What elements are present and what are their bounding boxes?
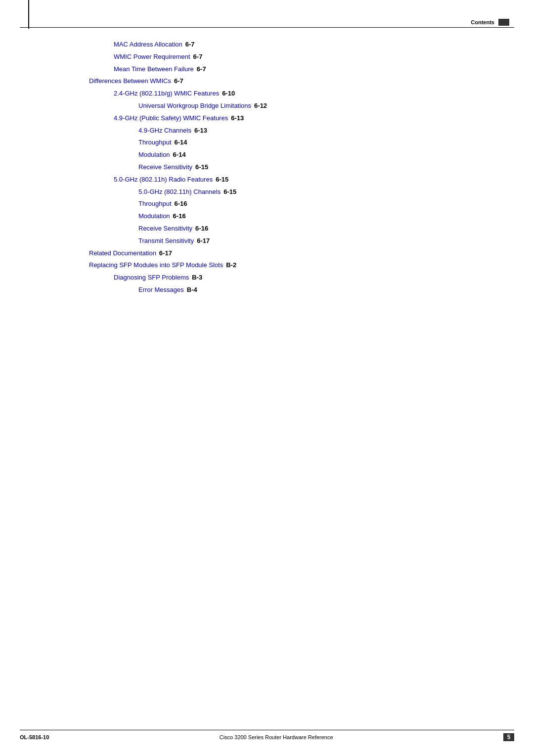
toc-entry: MAC Address Allocation6-7: [89, 40, 504, 50]
left-border-decoration: [28, 0, 29, 29]
toc-page-wmic-power-requirement: 6-7: [193, 52, 203, 62]
toc-link-receive-sensitivity-1[interactable]: Receive Sensitivity: [138, 162, 192, 173]
toc-page-2-4ghz-wmic-features: 6-10: [222, 89, 235, 99]
toc-entry: 2.4-GHz (802.11b/g) WMIC Features6-10: [89, 89, 504, 99]
toc-page-error-messages: B-4: [187, 285, 197, 295]
header-right: Contents: [471, 19, 509, 26]
toc-page-related-documentation: 6-17: [159, 248, 172, 259]
toc-entry: Receive Sensitivity6-16: [89, 224, 504, 234]
toc-link-differences-between-wmics[interactable]: Differences Between WMICs: [89, 76, 171, 87]
toc-entry: WMIC Power Requirement6-7: [89, 52, 504, 62]
footer-title: Cisco 3200 Series Router Hardware Refere…: [220, 734, 333, 740]
toc-page-transmit-sensitivity: 6-17: [197, 236, 210, 246]
toc-page-5-0ghz-channels: 6-15: [223, 187, 236, 197]
toc-page-differences-between-wmics: 6-7: [174, 76, 183, 87]
toc-entry: Throughput6-16: [89, 199, 504, 209]
toc-link-receive-sensitivity-2[interactable]: Receive Sensitivity: [138, 224, 192, 234]
toc-page-modulation-2: 6-16: [173, 211, 186, 222]
toc-entry: Related Documentation6-17: [89, 248, 504, 259]
toc-entry: Error MessagesB-4: [89, 285, 504, 295]
toc-entry: Mean Time Between Failure6-7: [89, 64, 504, 75]
toc-entry: 4.9-GHz Channels6-13: [89, 126, 504, 136]
toc-link-4-9ghz-channels[interactable]: 4.9-GHz Channels: [138, 126, 191, 136]
toc-link-transmit-sensitivity[interactable]: Transmit Sensitivity: [138, 236, 194, 246]
toc-page-4-9ghz-channels: 6-13: [194, 126, 207, 136]
toc-entry: Differences Between WMICs6-7: [89, 76, 504, 87]
toc-entry: Receive Sensitivity6-15: [89, 162, 504, 173]
footer-page-number: 5: [507, 734, 511, 741]
toc-link-5-0ghz-channels[interactable]: 5.0-GHz (802.11h) Channels: [138, 187, 221, 197]
toc-entry: Universal Workgroup Bridge Limitations6-…: [89, 101, 504, 111]
toc-page-modulation-1: 6-14: [173, 150, 186, 160]
toc-entry: Modulation6-16: [89, 211, 504, 222]
toc-page-replacing-sfp-modules: B-2: [226, 260, 236, 271]
footer-page-block: 5: [503, 733, 514, 741]
toc-link-5-0ghz-radio-features[interactable]: 5.0-GHz (802.11h) Radio Features: [114, 175, 213, 185]
toc-entry: Diagnosing SFP ProblemsB-3: [89, 273, 504, 283]
toc-page-4-9ghz-wmic-features: 6-13: [231, 113, 244, 124]
top-border-line: [20, 27, 514, 28]
toc-content: MAC Address Allocation6-7WMIC Power Requ…: [89, 40, 504, 297]
toc-link-4-9ghz-wmic-features[interactable]: 4.9-GHz (Public Safety) WMIC Features: [114, 113, 228, 124]
toc-entry: Throughput6-14: [89, 138, 504, 148]
toc-link-mac-address-allocation[interactable]: MAC Address Allocation: [114, 40, 182, 50]
toc-entry: Modulation6-14: [89, 150, 504, 160]
toc-page-receive-sensitivity-1: 6-15: [195, 162, 208, 173]
toc-link-mean-time-between-failure[interactable]: Mean Time Between Failure: [114, 64, 194, 75]
toc-page-mean-time-between-failure: 6-7: [197, 64, 206, 75]
toc-page-throughput-1: 6-14: [175, 138, 187, 148]
footer-content: OL-5816-10 Cisco 3200 Series Router Hard…: [20, 733, 514, 741]
toc-link-throughput-2[interactable]: Throughput: [138, 199, 172, 209]
toc-page-throughput-2: 6-16: [175, 199, 187, 209]
toc-link-throughput-1[interactable]: Throughput: [138, 138, 172, 148]
footer-line: [20, 730, 514, 730]
toc-entry: 5.0-GHz (802.11h) Radio Features6-15: [89, 175, 504, 185]
toc-link-related-documentation[interactable]: Related Documentation: [89, 248, 156, 259]
toc-link-diagnosing-sfp-problems[interactable]: Diagnosing SFP Problems: [114, 273, 189, 283]
toc-page-mac-address-allocation: 6-7: [185, 40, 195, 50]
toc-entry: 4.9-GHz (Public Safety) WMIC Features6-1…: [89, 113, 504, 124]
toc-page-diagnosing-sfp-problems: B-3: [192, 273, 202, 283]
toc-entry: Replacing SFP Modules into SFP Module Sl…: [89, 260, 504, 271]
toc-page-receive-sensitivity-2: 6-16: [195, 224, 208, 234]
toc-link-error-messages[interactable]: Error Messages: [138, 285, 184, 295]
page-container: Contents MAC Address Allocation6-7WMIC P…: [0, 0, 534, 756]
toc-link-2-4ghz-wmic-features[interactable]: 2.4-GHz (802.11b/g) WMIC Features: [114, 89, 219, 99]
toc-page-universal-workgroup-bridge-limitations: 6-12: [254, 101, 267, 111]
header-block-decoration: [498, 19, 509, 26]
footer-doc-id: OL-5816-10: [20, 734, 49, 740]
toc-page-5-0ghz-radio-features: 6-15: [216, 175, 228, 185]
footer: OL-5816-10 Cisco 3200 Series Router Hard…: [20, 730, 514, 741]
toc-link-replacing-sfp-modules[interactable]: Replacing SFP Modules into SFP Module Sl…: [89, 260, 223, 271]
toc-link-modulation-1[interactable]: Modulation: [138, 150, 170, 160]
toc-link-modulation-2[interactable]: Modulation: [138, 211, 170, 222]
toc-link-wmic-power-requirement[interactable]: WMIC Power Requirement: [114, 52, 190, 62]
toc-link-universal-workgroup-bridge-limitations[interactable]: Universal Workgroup Bridge Limitations: [138, 101, 251, 111]
toc-entry: 5.0-GHz (802.11h) Channels6-15: [89, 187, 504, 197]
header-contents-label: Contents: [471, 19, 494, 25]
toc-entry: Transmit Sensitivity6-17: [89, 236, 504, 246]
footer-page-area: 5: [503, 733, 514, 741]
